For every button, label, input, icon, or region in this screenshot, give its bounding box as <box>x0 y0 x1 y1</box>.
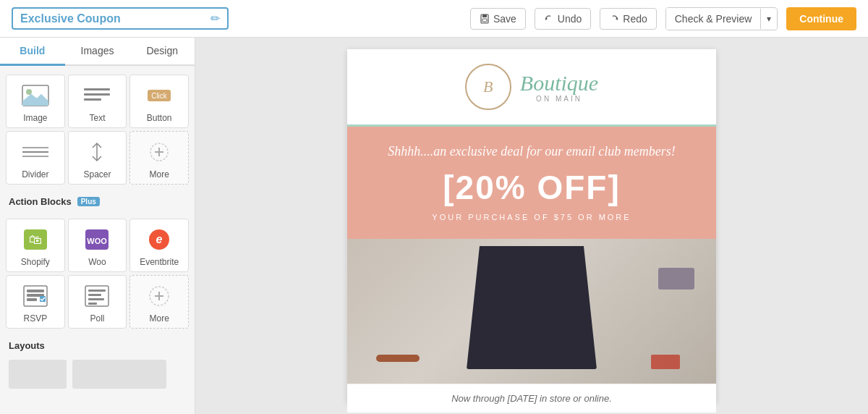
redo-icon <box>609 14 619 24</box>
woo-label: Woo <box>88 257 106 267</box>
spacer-block-icon <box>81 139 113 165</box>
block-shopify[interactable]: 🛍 Shopify <box>6 219 65 272</box>
layouts-grid <box>0 354 195 394</box>
block-text[interactable]: Text <box>68 75 127 128</box>
svg-rect-33 <box>88 298 104 300</box>
eventbrite-icon: e <box>143 227 175 253</box>
check-preview-main-btn[interactable]: Check & Preview <box>666 8 761 30</box>
save-button[interactable]: Save <box>470 8 526 30</box>
action-blocks-title: Action Blocks <box>9 196 72 207</box>
block-image[interactable]: Image <box>6 75 65 128</box>
preview-area: B Boutique ON MAIN Shhhh....an exclusive… <box>195 38 868 414</box>
eventbrite-label: Eventbrite <box>140 257 179 267</box>
action-blocks-header: Action Blocks Plus <box>0 190 195 210</box>
logo-circle: B <box>465 64 511 110</box>
email-header-section: B Boutique ON MAIN <box>347 49 716 127</box>
coupon-tagline: Shhhh....an exclusive deal for our email… <box>362 144 702 159</box>
svg-rect-26 <box>27 290 44 292</box>
svg-rect-8 <box>84 93 110 96</box>
svg-rect-34 <box>88 303 97 305</box>
rsvp-icon <box>20 283 51 309</box>
more-action-icon <box>143 283 175 309</box>
title-field[interactable]: Exclusive Coupon ✏ <box>12 7 229 30</box>
block-button[interactable]: Click Button <box>129 75 189 128</box>
svg-point-6 <box>26 89 32 95</box>
layouts-header: Layouts <box>0 334 195 354</box>
boutique-logo: B Boutique ON MAIN <box>362 64 702 110</box>
woo-icon: WOO <box>81 227 113 253</box>
layouts-title: Layouts <box>9 340 45 351</box>
block-poll[interactable]: Poll <box>68 275 127 329</box>
edit-title-icon[interactable]: ✏ <box>210 12 220 25</box>
tab-images[interactable]: Images <box>65 38 130 66</box>
svg-text:🛍: 🛍 <box>29 232 42 247</box>
coupon-section: Shhhh....an exclusive deal for our email… <box>347 127 716 239</box>
poll-label: Poll <box>90 313 104 324</box>
block-divider[interactable]: Divider <box>6 131 65 185</box>
block-more-action[interactable]: More <box>129 275 189 329</box>
block-rsvp[interactable]: RSVP <box>6 275 65 329</box>
undo-icon <box>544 14 554 24</box>
image-block-icon <box>20 83 51 109</box>
boutique-name: Boutique <box>520 71 598 95</box>
block-woo[interactable]: WOO Woo <box>68 219 127 272</box>
spacer-block-label: Spacer <box>83 169 111 179</box>
svg-rect-31 <box>88 290 106 292</box>
block-spacer[interactable]: Spacer <box>68 131 127 185</box>
continue-button[interactable]: Continue <box>786 7 856 30</box>
svg-rect-28 <box>27 298 37 301</box>
svg-rect-7 <box>84 88 110 90</box>
check-preview-button[interactable]: Check & Preview ▾ <box>665 7 778 30</box>
shopify-label: Shopify <box>21 257 50 267</box>
product-image-section <box>347 239 716 384</box>
svg-text:Click: Click <box>151 92 168 100</box>
svg-rect-2 <box>482 19 487 22</box>
product-image-sim <box>347 239 716 384</box>
svg-rect-1 <box>482 14 487 17</box>
check-preview-dropdown[interactable]: ▾ <box>760 9 777 29</box>
more-basic-label: More <box>149 169 169 179</box>
svg-rect-9 <box>84 98 101 101</box>
button-block-label: Button <box>147 113 172 123</box>
rsvp-label: RSVP <box>23 313 47 324</box>
boutique-sub: ON MAIN <box>520 95 598 103</box>
coupon-amount: [20% OFF] <box>362 168 702 207</box>
basic-blocks-grid: Image Text Click Button <box>0 66 195 190</box>
layout-item-1[interactable] <box>9 360 67 389</box>
left-panel: Build Images Design Image <box>0 38 195 414</box>
svg-rect-32 <box>88 294 101 296</box>
poll-icon <box>81 283 113 309</box>
boutique-name-wrap: Boutique ON MAIN <box>520 71 598 103</box>
svg-text:WOO: WOO <box>88 237 108 245</box>
more-action-label: More <box>149 313 169 324</box>
email-preview: B Boutique ON MAIN Shhhh....an exclusive… <box>347 49 716 402</box>
block-more-basic[interactable]: More <box>129 131 189 185</box>
text-block-label: Text <box>89 113 105 123</box>
image-block-label: Image <box>23 113 47 123</box>
undo-button[interactable]: Undo <box>535 8 591 30</box>
button-block-icon: Click <box>143 83 175 109</box>
plus-badge: Plus <box>77 197 100 206</box>
tab-design[interactable]: Design <box>129 38 195 66</box>
shopify-icon: 🛍 <box>20 227 51 253</box>
coupon-condition: YOUR PURCHASE OF $75 OR MORE <box>362 213 702 221</box>
divider-block-icon <box>20 139 51 165</box>
build-tabs: Build Images Design <box>0 38 195 66</box>
block-eventbrite[interactable]: e Eventbrite <box>129 219 189 272</box>
layout-item-2[interactable] <box>72 360 166 389</box>
header: Exclusive Coupon ✏ Save Undo Redo Check … <box>0 0 868 38</box>
email-footer: Now through [DATE] in store or online. <box>347 384 716 413</box>
action-blocks-grid: 🛍 Shopify WOO Woo e Eventbrite <box>0 210 195 334</box>
main-layout: Build Images Design Image <box>0 38 868 414</box>
text-block-icon <box>81 83 113 109</box>
redo-button[interactable]: Redo <box>600 8 656 30</box>
more-basic-icon <box>143 139 175 165</box>
tab-build[interactable]: Build <box>0 38 65 66</box>
campaign-title: Exclusive Coupon <box>20 12 205 25</box>
svg-text:e: e <box>156 233 163 245</box>
save-icon <box>480 14 490 24</box>
divider-block-label: Divider <box>22 169 48 179</box>
